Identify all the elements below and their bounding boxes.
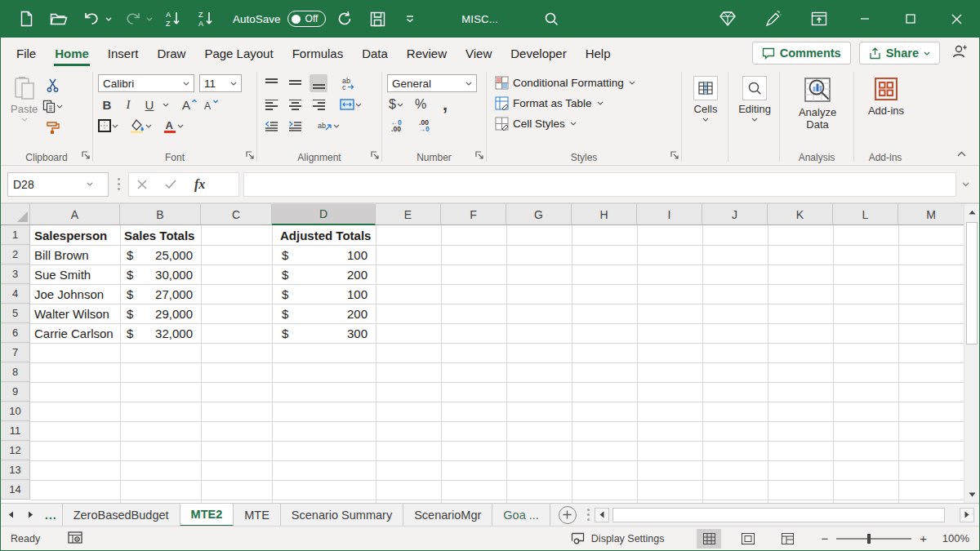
- align-bottom-icon[interactable]: [310, 74, 327, 92]
- page-layout-view-button[interactable]: [736, 529, 760, 549]
- share-button[interactable]: Share: [859, 42, 940, 64]
- tab-home[interactable]: Home: [52, 38, 91, 69]
- sort-za-icon[interactable]: ZA: [195, 8, 216, 29]
- font-family-select[interactable]: Calibri: [98, 74, 194, 92]
- column-header-b[interactable]: B: [120, 204, 201, 225]
- format-painter-icon[interactable]: [42, 118, 63, 136]
- cell-a2[interactable]: Bill Brown: [30, 245, 118, 264]
- insert-function-icon[interactable]: fx: [194, 177, 205, 192]
- cell-b5[interactable]: $29,000: [120, 304, 199, 323]
- vertical-scroll-track[interactable]: [964, 346, 979, 487]
- fill-color-icon[interactable]: [130, 117, 152, 135]
- increase-decimal-icon[interactable]: ←0.00: [387, 117, 405, 135]
- cell-a1[interactable]: Salesperson: [30, 225, 118, 245]
- number-dialog-launcher-icon[interactable]: [475, 148, 483, 162]
- align-right-icon[interactable]: [310, 96, 327, 113]
- scroll-down-icon[interactable]: [964, 487, 979, 503]
- column-header-m[interactable]: M: [898, 204, 964, 225]
- horizontal-scrollbar[interactable]: [595, 508, 979, 522]
- wrap-text-icon[interactable]: abc: [340, 74, 358, 92]
- row-header-10[interactable]: 10: [1, 402, 30, 421]
- comma-style-button[interactable]: ,: [436, 96, 454, 113]
- comments-button[interactable]: Comments: [752, 42, 851, 64]
- editing-button[interactable]: Editing: [733, 73, 776, 125]
- close-button[interactable]: [933, 0, 979, 38]
- vertical-scroll-thumb[interactable]: [966, 222, 978, 344]
- accounting-format-button[interactable]: $: [387, 96, 405, 113]
- autosave-control[interactable]: AutoSave Off: [233, 11, 326, 27]
- macro-record-icon[interactable]: [68, 531, 82, 546]
- bold-button[interactable]: B: [98, 96, 116, 113]
- cell-d2[interactable]: $100: [272, 245, 374, 264]
- formula-input[interactable]: [243, 172, 956, 197]
- fill-color-dropdown-icon[interactable]: [145, 124, 152, 128]
- accounting-dropdown-icon[interactable]: [397, 103, 403, 107]
- percent-style-button[interactable]: %: [412, 96, 430, 113]
- font-color-dropdown-icon[interactable]: [177, 124, 184, 128]
- name-box[interactable]: [7, 172, 109, 197]
- column-header-e[interactable]: E: [376, 204, 441, 225]
- sheet-nav-ellipsis[interactable]: ...: [40, 509, 62, 522]
- cell-a3[interactable]: Sue Smith: [30, 264, 118, 284]
- row-header-7[interactable]: 7: [1, 343, 30, 362]
- minimize-button[interactable]: [842, 0, 888, 38]
- borders-icon[interactable]: [98, 117, 118, 135]
- addins-button[interactable]: Add-ins: [863, 73, 909, 120]
- tab-data[interactable]: Data: [359, 38, 390, 69]
- sheet-nav-right-icon[interactable]: [20, 511, 40, 518]
- new-file-icon[interactable]: [16, 8, 37, 29]
- cell-b3[interactable]: $30,000: [120, 264, 199, 284]
- vertical-scrollbar[interactable]: [964, 204, 979, 503]
- italic-button[interactable]: I: [119, 96, 137, 113]
- column-header-h[interactable]: H: [572, 204, 637, 225]
- underline-button[interactable]: U: [140, 96, 158, 113]
- sheet-tab-scenariomgr[interactable]: ScenarioMgr: [403, 504, 492, 527]
- scroll-left-icon[interactable]: [595, 508, 609, 522]
- sheet-tab-mte[interactable]: MTE: [234, 504, 280, 527]
- expand-formula-bar-icon[interactable]: [956, 182, 974, 187]
- align-left-icon[interactable]: [262, 96, 280, 113]
- decrease-indent-icon[interactable]: [262, 117, 280, 135]
- zoom-slider-thumb[interactable]: [867, 534, 871, 544]
- display-settings-button[interactable]: Display Settings: [571, 532, 665, 544]
- search-icon[interactable]: [541, 8, 562, 29]
- refresh-icon[interactable]: [334, 8, 355, 29]
- row-header-11[interactable]: 11: [1, 421, 30, 441]
- font-color-icon[interactable]: A: [163, 117, 184, 135]
- row-header-9[interactable]: 9: [1, 382, 30, 402]
- cell-b4[interactable]: $27,000: [120, 284, 199, 304]
- underline-dropdown-icon[interactable]: [163, 103, 169, 107]
- open-folder-icon[interactable]: [48, 8, 69, 29]
- new-sheet-icon[interactable]: [559, 506, 577, 524]
- save-icon[interactable]: [367, 8, 388, 29]
- launch-pen-icon[interactable]: [751, 0, 796, 38]
- cut-icon[interactable]: [42, 76, 63, 94]
- premium-diamond-icon[interactable]: [705, 0, 751, 38]
- align-center-icon[interactable]: [286, 96, 304, 113]
- collapse-ribbon-icon[interactable]: [957, 145, 966, 160]
- row-header-2[interactable]: 2: [1, 245, 30, 264]
- tab-page-layout[interactable]: Page Layout: [202, 38, 275, 69]
- cell-b2[interactable]: $25,000: [120, 245, 199, 264]
- sheet-tab-mte2-active[interactable]: MTE2: [180, 504, 234, 527]
- merge-dropdown-icon[interactable]: [355, 103, 362, 107]
- merge-center-icon[interactable]: [340, 96, 362, 113]
- name-box-input[interactable]: [13, 178, 87, 191]
- tab-view[interactable]: View: [463, 38, 494, 69]
- undo-icon[interactable]: [81, 8, 102, 29]
- cell-d6[interactable]: $300: [272, 323, 374, 343]
- cell-grid[interactable]: 1 2 3 4 5 6 7 8 9 10 11 12 13 14 Salespe…: [1, 225, 964, 503]
- increase-indent-icon[interactable]: [286, 117, 304, 135]
- tab-bar-resizer[interactable]: [583, 509, 595, 521]
- decrease-decimal-icon[interactable]: .00→0: [415, 117, 433, 135]
- row-header-13[interactable]: 13: [1, 460, 30, 480]
- normal-view-button[interactable]: [697, 529, 721, 549]
- zoom-slider[interactable]: [836, 538, 911, 540]
- conditional-formatting-button[interactable]: Conditional Formatting: [495, 73, 678, 93]
- column-header-j[interactable]: J: [702, 204, 768, 225]
- column-header-f[interactable]: F: [441, 204, 506, 225]
- zoom-out-button[interactable]: −: [821, 531, 828, 545]
- number-format-select[interactable]: General: [387, 74, 477, 92]
- column-header-g[interactable]: G: [506, 204, 572, 225]
- analyze-data-button[interactable]: Analyze Data: [787, 73, 848, 134]
